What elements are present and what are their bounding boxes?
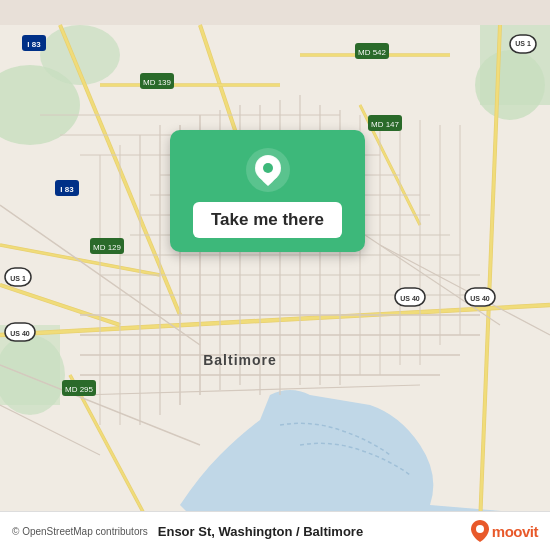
svg-text:MD 139: MD 139: [143, 78, 172, 87]
map-container: I 83 MD 139 MD 542 US 1 I 83 MD 147 US 1…: [0, 0, 550, 550]
svg-point-94: [476, 525, 484, 533]
svg-text:Baltimore: Baltimore: [203, 352, 277, 368]
svg-point-93: [263, 163, 273, 173]
location-label: Ensor St, Washington / Baltimore: [158, 524, 461, 539]
svg-text:MD 542: MD 542: [358, 48, 387, 57]
moovit-pin-icon: [471, 520, 489, 542]
svg-text:US 40: US 40: [400, 295, 420, 302]
svg-text:US 40: US 40: [10, 330, 30, 337]
svg-text:US 1: US 1: [10, 275, 26, 282]
svg-text:US 1: US 1: [515, 40, 531, 47]
svg-text:MD 295: MD 295: [65, 385, 94, 394]
location-pin-icon: [246, 148, 290, 192]
moovit-label: moovit: [492, 523, 538, 540]
svg-text:MD 147: MD 147: [371, 120, 400, 129]
take-me-there-button[interactable]: Take me there: [193, 202, 342, 238]
moovit-logo: moovit: [471, 520, 538, 542]
svg-text:I 83: I 83: [60, 185, 74, 194]
svg-point-4: [475, 50, 545, 120]
map-background: I 83 MD 139 MD 542 US 1 I 83 MD 147 US 1…: [0, 0, 550, 550]
svg-text:I 83: I 83: [27, 40, 41, 49]
map-attribution: © OpenStreetMap contributors: [12, 526, 148, 537]
svg-text:US 40: US 40: [470, 295, 490, 302]
bottom-bar: © OpenStreetMap contributors Ensor St, W…: [0, 511, 550, 550]
popup-card[interactable]: Take me there: [170, 130, 365, 252]
svg-text:MD 129: MD 129: [93, 243, 122, 252]
